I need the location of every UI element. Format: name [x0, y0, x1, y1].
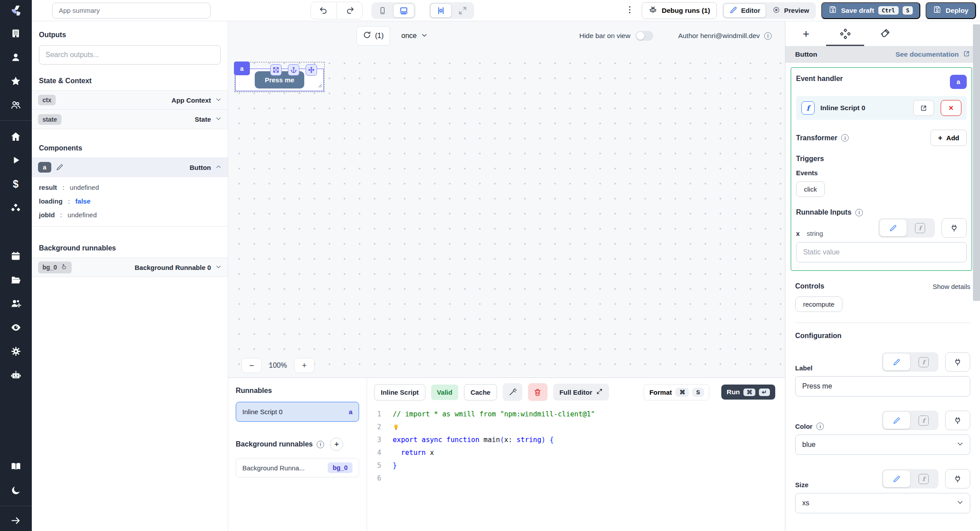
inline-script-tab[interactable]: Inline Script [374, 384, 425, 400]
chevron-down-icon[interactable] [215, 264, 222, 271]
settings-gear-icon[interactable] [0, 339, 31, 363]
folders-icon[interactable] [0, 268, 31, 292]
format-button[interactable]: Format ⌘ S [643, 384, 709, 400]
schedule-select[interactable]: once [402, 32, 428, 40]
code-editor[interactable]: 123456 // import * as wmill from "npm:wi… [367, 406, 775, 531]
mobile-view-button[interactable] [373, 4, 392, 18]
app-summary-input[interactable] [52, 3, 211, 19]
run-button[interactable]: Run ⌘ ↵ [721, 385, 775, 400]
users-icon[interactable] [0, 93, 31, 117]
dark-mode-moon-icon[interactable] [0, 478, 31, 502]
docs-book-icon[interactable] [0, 454, 31, 478]
static-mode-pencil-icon[interactable] [880, 219, 907, 236]
ctx-row[interactable]: ctx App Context [32, 90, 228, 110]
runs-icon[interactable] [0, 148, 31, 172]
windmill-logo[interactable] [0, 0, 31, 21]
connect-plug-icon[interactable] [945, 411, 970, 430]
function-icon [801, 101, 815, 115]
schedules-icon[interactable] [0, 244, 31, 268]
center-layout-button[interactable] [430, 4, 452, 18]
detach-script-button[interactable] [941, 100, 961, 116]
ai-robot-icon[interactable] [0, 363, 31, 387]
resources-icon[interactable] [0, 196, 31, 220]
rename-pencil-icon[interactable] [56, 163, 64, 171]
connect-plug-icon[interactable] [945, 469, 970, 489]
expand-handle-icon[interactable] [270, 64, 282, 76]
static-mode-pencil-icon[interactable] [883, 412, 910, 429]
component-a-row[interactable]: a Button [32, 158, 228, 177]
zoom-out-button[interactable]: − [241, 358, 262, 373]
info-icon[interactable] [816, 423, 824, 430]
chevron-up-icon[interactable] [215, 164, 222, 171]
workspace-icon[interactable] [0, 21, 31, 45]
star-icon[interactable] [0, 69, 31, 93]
kbd-cmd: ⌘ [676, 388, 689, 396]
eval-mode-function-icon[interactable] [910, 470, 937, 487]
search-outputs-input[interactable] [39, 45, 221, 65]
open-script-button[interactable] [913, 100, 934, 116]
move-handle-icon[interactable] [306, 64, 317, 76]
user-icon[interactable] [0, 45, 31, 69]
info-icon[interactable] [317, 441, 324, 448]
more-menu-icon[interactable] [623, 5, 636, 16]
info-icon[interactable] [855, 209, 863, 216]
static-value-input[interactable] [796, 242, 967, 262]
color-select[interactable]: blue [795, 435, 970, 455]
add-bg-runnable-button[interactable] [330, 438, 343, 451]
bg-runnable-item[interactable]: Background Runna... bg_0 [236, 458, 359, 477]
event-handler-title: Event handler [796, 75, 843, 83]
groups-icon[interactable] [0, 292, 31, 316]
chevron-down-icon[interactable] [215, 96, 222, 104]
code-lines[interactable]: // import * as wmill from "npm:windmill-… [388, 408, 595, 531]
cache-button[interactable]: Cache [464, 384, 497, 400]
collapse-arrow-icon[interactable] [0, 510, 31, 531]
hide-bar-toggle[interactable] [635, 31, 653, 41]
add-transformer-button[interactable]: Add [930, 130, 967, 146]
undo-button[interactable] [311, 2, 337, 19]
eval-mode-function-icon[interactable] [907, 219, 934, 236]
resize-corner-handle[interactable] [317, 81, 322, 89]
bg0-row[interactable]: bg_0 Background Runnable 0 [32, 258, 228, 277]
variables-icon[interactable] [0, 172, 31, 196]
info-icon[interactable] [764, 32, 772, 40]
info-icon[interactable] [841, 134, 849, 142]
static-mode-pencil-icon[interactable] [883, 354, 910, 370]
selected-component-outline[interactable]: a Press me [234, 62, 325, 92]
label-value-input[interactable] [795, 376, 970, 396]
deploy-button[interactable]: Deploy [926, 2, 976, 19]
desktop-view-button[interactable] [393, 4, 414, 18]
editor-tab[interactable]: Editor [724, 4, 766, 18]
redo-button[interactable] [337, 2, 362, 19]
settings-tab-components-icon[interactable] [826, 21, 865, 46]
home-icon[interactable] [0, 124, 31, 148]
transformer-title: Transformer [796, 134, 837, 142]
eval-mode-function-icon[interactable] [910, 354, 937, 370]
canvas-grid[interactable]: a Press me − [228, 50, 785, 377]
anchor-handle-icon[interactable] [288, 64, 299, 76]
ai-wand-button[interactable] [503, 383, 522, 401]
see-documentation-link[interactable]: See documentation [896, 50, 970, 59]
zoom-in-button[interactable]: + [294, 358, 314, 373]
audit-eye-icon[interactable] [0, 316, 31, 339]
inline-script-item[interactable]: Inline Script 0 a [236, 402, 359, 422]
insert-tab-plus-icon[interactable] [786, 21, 826, 46]
debug-runs-button[interactable]: Debug runs (1) [642, 2, 716, 19]
component-type-name: Button [795, 50, 817, 58]
refresh-button[interactable]: (1) [356, 26, 390, 46]
connect-plug-icon[interactable] [942, 218, 967, 238]
delete-script-button[interactable] [528, 383, 547, 401]
connect-plug-icon[interactable] [945, 352, 970, 372]
preview-tab[interactable]: Preview [767, 4, 815, 18]
components-title: Components [32, 129, 228, 158]
show-details-link[interactable]: Show details [933, 283, 970, 290]
fullscreen-layout-button[interactable] [452, 4, 473, 18]
scrollbar-thumb[interactable] [973, 24, 980, 301]
static-mode-pencil-icon[interactable] [883, 470, 910, 487]
size-select[interactable]: xs [795, 493, 970, 513]
save-draft-button[interactable]: Save draft Ctrl S [821, 2, 921, 19]
full-editor-button[interactable]: Full Editor [553, 384, 609, 400]
state-row[interactable]: state State [32, 110, 228, 129]
eval-mode-function-icon[interactable] [910, 412, 937, 429]
chevron-down-icon[interactable] [215, 115, 222, 123]
styling-tab-brush-icon[interactable] [865, 21, 904, 46]
